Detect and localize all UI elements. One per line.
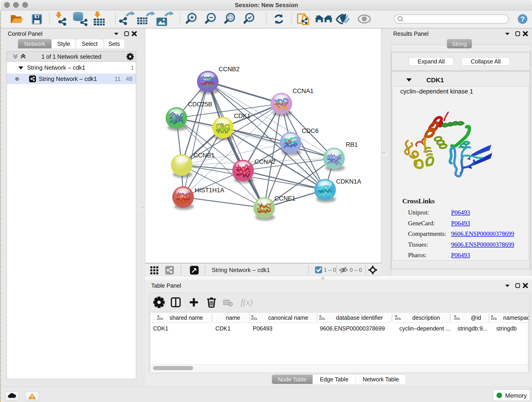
svg-text:stringdb:9...: stringdb:9... [457,325,488,332]
svg-text:cyclin–dependent ...: cyclin–dependent ... [399,325,450,332]
svg-text:CDKN1A: CDKN1A [336,178,361,185]
svg-text:CDK1: CDK1 [153,325,168,332]
svg-text:CCNA2: CCNA2 [254,158,276,165]
svg-text:CCNE1: CCNE1 [274,195,296,202]
svg-text:CDK1: CDK1 [215,325,231,332]
svg-text:@id: @id [471,314,481,321]
svg-text:database identifier: database identifier [336,314,383,321]
svg-text:CDK1: CDK1 [234,113,250,119]
svg-text:0 – 0: 0 – 0 [350,267,362,273]
svg-text:CDC25B: CDC25B [188,101,212,108]
svg-text:canonical name: canonical name [268,314,308,321]
svg-text:stringdb: stringdb [496,325,517,332]
svg-text:CCNB2: CCNB2 [219,66,240,73]
svg-text:CCNA1: CCNA1 [293,88,314,95]
svg-text:?: ? [520,15,525,23]
svg-text:HIST1H1A: HIST1H1A [195,187,224,194]
svg-text:String Network – cdk1: String Network – cdk1 [212,267,270,274]
svg-text:description: description [412,314,440,321]
svg-text:CCNB1: CCNB1 [194,152,215,159]
svg-text:shared name: shared name [170,314,203,321]
svg-text:namespac: namespac [503,314,529,321]
svg-text:name: name [226,314,240,321]
svg-text:CDC6: CDC6 [302,128,319,134]
svg-text:P06493: P06493 [253,325,272,332]
svg-text:9606.ENSP00000378699: 9606.ENSP00000378699 [320,325,385,332]
svg-text:RB1: RB1 [346,141,358,148]
svg-text:f(x): f(x) [241,297,253,307]
svg-text:1 – 0: 1 – 0 [324,267,336,273]
